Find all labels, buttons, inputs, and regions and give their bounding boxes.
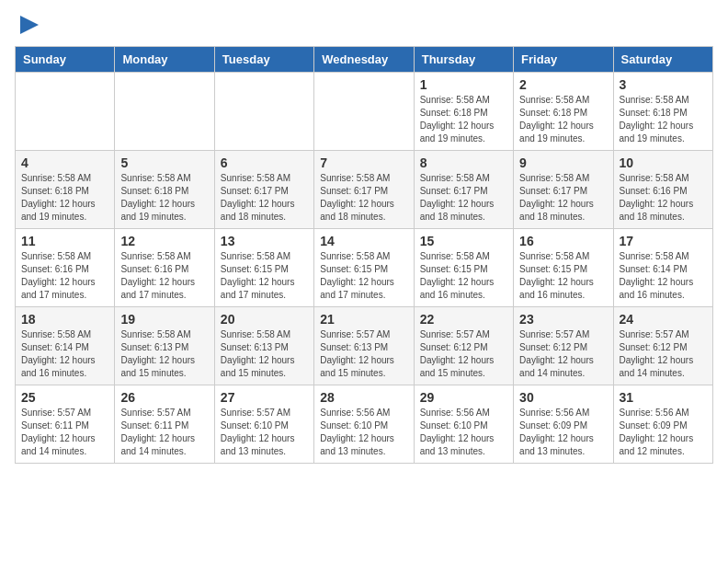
calendar-week-4: 18Sunrise: 5:58 AM Sunset: 6:14 PM Dayli… [16, 307, 713, 385]
day-info: Sunrise: 5:57 AM Sunset: 6:12 PM Dayligh… [620, 328, 707, 380]
day-info: Sunrise: 5:58 AM Sunset: 6:15 PM Dayligh… [519, 250, 607, 302]
day-info: Sunrise: 5:58 AM Sunset: 6:16 PM Dayligh… [120, 250, 208, 302]
day-info: Sunrise: 5:58 AM Sunset: 6:15 PM Dayligh… [221, 250, 308, 302]
day-number: 5 [120, 155, 208, 170]
day-number: 15 [420, 234, 507, 248]
calendar-cell: 26Sunrise: 5:57 AM Sunset: 6:11 PM Dayli… [115, 385, 214, 464]
day-info: Sunrise: 5:57 AM Sunset: 6:13 PM Dayligh… [320, 328, 407, 380]
day-number: 10 [620, 155, 707, 170]
day-number: 23 [519, 312, 607, 327]
logo-arrow-icon [20, 15, 39, 35]
day-info: Sunrise: 5:58 AM Sunset: 6:18 PM Dayligh… [519, 94, 607, 145]
day-number: 8 [420, 155, 507, 170]
weekday-header-tuesday: Tuesday [214, 47, 313, 73]
page-header [15, 15, 713, 35]
day-number: 7 [320, 155, 407, 170]
day-number: 9 [519, 155, 607, 170]
calendar-cell: 4Sunrise: 5:58 AM Sunset: 6:18 PM Daylig… [16, 151, 115, 229]
calendar-cell: 25Sunrise: 5:57 AM Sunset: 6:11 PM Dayli… [16, 385, 115, 464]
day-info: Sunrise: 5:58 AM Sunset: 6:17 PM Dayligh… [320, 172, 407, 224]
day-number: 21 [320, 312, 407, 327]
svg-marker-0 [20, 16, 39, 34]
calendar-cell: 16Sunrise: 5:58 AM Sunset: 6:15 PM Dayli… [514, 229, 613, 307]
day-number: 18 [21, 312, 108, 327]
calendar-cell: 11Sunrise: 5:58 AM Sunset: 6:16 PM Dayli… [16, 229, 115, 307]
calendar-cell: 24Sunrise: 5:57 AM Sunset: 6:12 PM Dayli… [613, 307, 712, 385]
day-number: 26 [120, 390, 208, 405]
weekday-header-monday: Monday [115, 47, 214, 73]
day-info: Sunrise: 5:56 AM Sunset: 6:10 PM Dayligh… [420, 407, 507, 458]
calendar-cell: 18Sunrise: 5:58 AM Sunset: 6:14 PM Dayli… [16, 307, 115, 385]
logo [15, 15, 39, 35]
calendar-cell: 6Sunrise: 5:58 AM Sunset: 6:17 PM Daylig… [214, 151, 313, 229]
day-number: 11 [21, 234, 108, 248]
calendar-week-1: 1Sunrise: 5:58 AM Sunset: 6:18 PM Daylig… [16, 73, 713, 151]
calendar-cell: 12Sunrise: 5:58 AM Sunset: 6:16 PM Dayli… [115, 229, 214, 307]
day-info: Sunrise: 5:58 AM Sunset: 6:16 PM Dayligh… [21, 250, 108, 302]
calendar-week-5: 25Sunrise: 5:57 AM Sunset: 6:11 PM Dayli… [16, 385, 713, 464]
day-info: Sunrise: 5:58 AM Sunset: 6:18 PM Dayligh… [21, 172, 108, 224]
calendar-cell: 21Sunrise: 5:57 AM Sunset: 6:13 PM Dayli… [314, 307, 414, 385]
calendar-week-3: 11Sunrise: 5:58 AM Sunset: 6:16 PM Dayli… [16, 229, 713, 307]
day-number: 17 [620, 234, 707, 248]
day-number: 4 [21, 155, 108, 170]
day-number: 19 [120, 312, 208, 327]
calendar-cell: 1Sunrise: 5:58 AM Sunset: 6:18 PM Daylig… [414, 73, 513, 151]
day-info: Sunrise: 5:58 AM Sunset: 6:17 PM Dayligh… [420, 172, 507, 224]
day-info: Sunrise: 5:58 AM Sunset: 6:18 PM Dayligh… [620, 94, 707, 145]
day-info: Sunrise: 5:58 AM Sunset: 6:13 PM Dayligh… [221, 328, 308, 380]
day-info: Sunrise: 5:58 AM Sunset: 6:18 PM Dayligh… [420, 94, 507, 145]
day-info: Sunrise: 5:57 AM Sunset: 6:12 PM Dayligh… [519, 328, 607, 380]
day-info: Sunrise: 5:57 AM Sunset: 6:11 PM Dayligh… [21, 407, 108, 458]
day-info: Sunrise: 5:58 AM Sunset: 6:18 PM Dayligh… [120, 172, 208, 224]
day-info: Sunrise: 5:57 AM Sunset: 6:11 PM Dayligh… [120, 407, 208, 458]
weekday-header-friday: Friday [514, 47, 613, 73]
day-number: 14 [320, 234, 407, 248]
day-number: 22 [420, 312, 507, 327]
day-number: 1 [420, 77, 507, 92]
calendar-cell: 19Sunrise: 5:58 AM Sunset: 6:13 PM Dayli… [115, 307, 214, 385]
day-info: Sunrise: 5:58 AM Sunset: 6:17 PM Dayligh… [221, 172, 308, 224]
calendar-cell [16, 73, 115, 151]
day-info: Sunrise: 5:58 AM Sunset: 6:13 PM Dayligh… [120, 328, 208, 380]
day-number: 25 [21, 390, 108, 405]
day-number: 6 [221, 155, 308, 170]
calendar-cell: 13Sunrise: 5:58 AM Sunset: 6:15 PM Dayli… [214, 229, 313, 307]
day-number: 3 [620, 77, 707, 92]
day-info: Sunrise: 5:58 AM Sunset: 6:17 PM Dayligh… [519, 172, 607, 224]
day-number: 28 [320, 390, 407, 405]
day-info: Sunrise: 5:57 AM Sunset: 6:10 PM Dayligh… [221, 407, 308, 458]
calendar-cell: 28Sunrise: 5:56 AM Sunset: 6:10 PM Dayli… [314, 385, 414, 464]
weekday-header-sunday: Sunday [16, 47, 115, 73]
calendar-cell: 7Sunrise: 5:58 AM Sunset: 6:17 PM Daylig… [314, 151, 414, 229]
calendar-cell [214, 73, 313, 151]
day-number: 31 [620, 390, 707, 405]
day-info: Sunrise: 5:56 AM Sunset: 6:10 PM Dayligh… [320, 407, 407, 458]
calendar-table: SundayMondayTuesdayWednesdayThursdayFrid… [15, 46, 713, 464]
calendar-cell: 22Sunrise: 5:57 AM Sunset: 6:12 PM Dayli… [414, 307, 513, 385]
calendar-cell: 15Sunrise: 5:58 AM Sunset: 6:15 PM Dayli… [414, 229, 513, 307]
calendar-cell: 17Sunrise: 5:58 AM Sunset: 6:14 PM Dayli… [613, 229, 712, 307]
calendar-cell: 30Sunrise: 5:56 AM Sunset: 6:09 PM Dayli… [514, 385, 613, 464]
weekday-header-thursday: Thursday [414, 47, 513, 73]
calendar-week-2: 4Sunrise: 5:58 AM Sunset: 6:18 PM Daylig… [16, 151, 713, 229]
day-info: Sunrise: 5:57 AM Sunset: 6:12 PM Dayligh… [420, 328, 507, 380]
day-info: Sunrise: 5:58 AM Sunset: 6:15 PM Dayligh… [320, 250, 407, 302]
day-number: 24 [620, 312, 707, 327]
calendar-cell: 29Sunrise: 5:56 AM Sunset: 6:10 PM Dayli… [414, 385, 513, 464]
day-number: 30 [519, 390, 607, 405]
day-info: Sunrise: 5:58 AM Sunset: 6:16 PM Dayligh… [620, 172, 707, 224]
day-number: 12 [120, 234, 208, 248]
day-number: 2 [519, 77, 607, 92]
day-info: Sunrise: 5:56 AM Sunset: 6:09 PM Dayligh… [519, 407, 607, 458]
calendar-cell: 5Sunrise: 5:58 AM Sunset: 6:18 PM Daylig… [115, 151, 214, 229]
calendar-cell: 20Sunrise: 5:58 AM Sunset: 6:13 PM Dayli… [214, 307, 313, 385]
calendar-cell: 2Sunrise: 5:58 AM Sunset: 6:18 PM Daylig… [514, 73, 613, 151]
weekday-header-saturday: Saturday [613, 47, 712, 73]
day-number: 20 [221, 312, 308, 327]
day-number: 13 [221, 234, 308, 248]
day-number: 29 [420, 390, 507, 405]
calendar-cell: 14Sunrise: 5:58 AM Sunset: 6:15 PM Dayli… [314, 229, 414, 307]
day-info: Sunrise: 5:58 AM Sunset: 6:15 PM Dayligh… [420, 250, 507, 302]
calendar-cell: 8Sunrise: 5:58 AM Sunset: 6:17 PM Daylig… [414, 151, 513, 229]
